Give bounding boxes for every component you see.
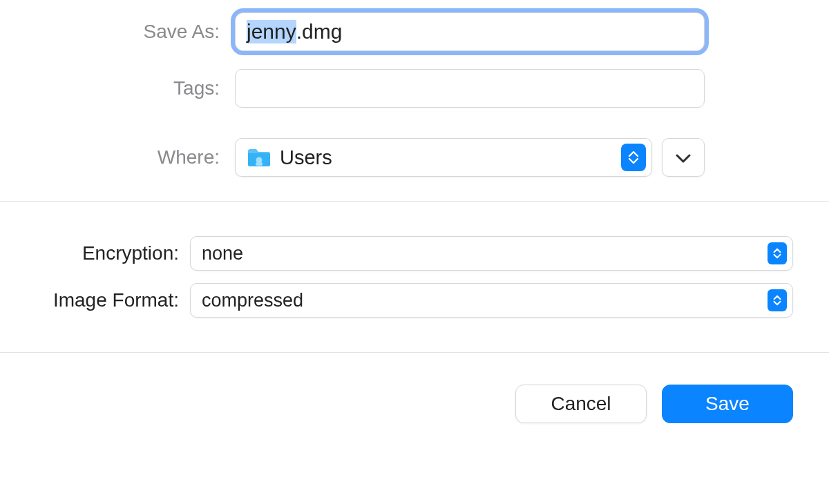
image-format-value: compressed: [202, 290, 768, 311]
where-value: Users: [280, 146, 621, 169]
folder-icon: [247, 147, 271, 168]
filename-selected-text: jenny: [247, 20, 296, 43]
encryption-value: none: [202, 243, 768, 264]
image-format-popup[interactable]: compressed: [190, 283, 793, 318]
tags-input[interactable]: [235, 69, 705, 108]
updown-stepper-icon: [768, 242, 787, 264]
updown-stepper-icon: [621, 144, 646, 171]
format-options-section: Encryption: none Image Format: compresse…: [0, 202, 829, 352]
where-popup[interactable]: Users: [235, 138, 652, 177]
image-format-row: Image Format: compressed: [0, 283, 793, 318]
save-as-row: Save As: jenny.dmg: [0, 12, 705, 51]
encryption-row: Encryption: none: [0, 236, 793, 271]
filename-extension-text: .dmg: [296, 20, 343, 43]
where-label: Where:: [0, 146, 235, 168]
chevron-down-icon: [676, 147, 691, 168]
save-as-label: Save As:: [0, 21, 235, 43]
expand-button[interactable]: [662, 138, 705, 177]
tags-row: Tags:: [0, 69, 705, 108]
tags-label: Tags:: [0, 77, 235, 99]
where-row: Where: Users: [0, 138, 705, 177]
encryption-label: Encryption:: [0, 242, 190, 264]
svg-rect-1: [256, 162, 263, 166]
encryption-popup[interactable]: none: [190, 236, 793, 271]
updown-stepper-icon: [768, 289, 787, 311]
save-as-input[interactable]: jenny.dmg: [235, 12, 705, 51]
cancel-button[interactable]: Cancel: [515, 385, 647, 423]
save-options-section: Save As: jenny.dmg Tags: Where:: [0, 0, 829, 201]
dialog-footer: Cancel Save: [0, 353, 829, 423]
save-dialog: Save As: jenny.dmg Tags: Where:: [0, 0, 829, 504]
save-button[interactable]: Save: [662, 385, 793, 423]
image-format-label: Image Format:: [0, 289, 190, 311]
